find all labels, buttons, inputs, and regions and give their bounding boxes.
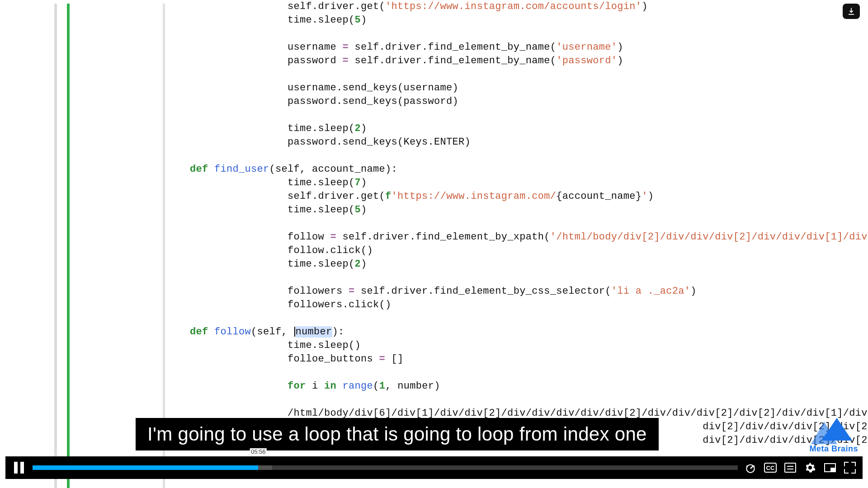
code-line[interactable]: followers.click() <box>190 298 868 312</box>
code-line[interactable] <box>190 68 868 81</box>
pause-icon <box>14 462 24 474</box>
code-line[interactable] <box>190 271 868 285</box>
fullscreen-exit-button[interactable] <box>844 461 856 474</box>
vcs-gutter <box>54 4 68 488</box>
code-line[interactable] <box>190 217 868 230</box>
code-line[interactable] <box>190 108 868 122</box>
fullscreen-exit-icon <box>844 462 856 474</box>
pip-icon <box>824 463 836 472</box>
code-line[interactable]: follow.click() <box>190 244 868 258</box>
code-line[interactable]: def find_user(self, account_name): <box>190 163 868 176</box>
code-line[interactable]: follow = self.driver.find_element_by_xpa… <box>190 230 868 244</box>
playback-speed-button[interactable] <box>744 461 757 474</box>
svg-point-0 <box>746 465 754 473</box>
transcript-icon <box>784 463 796 473</box>
text-cursor <box>294 327 295 337</box>
progress-bar[interactable]: 05:56 <box>33 456 738 479</box>
brand-logo-icon <box>818 418 849 443</box>
gear-icon <box>804 462 816 474</box>
code-line[interactable] <box>190 27 868 41</box>
svg-line-1 <box>750 466 753 469</box>
code-line[interactable]: self.driver.get(f'https://www.instagram.… <box>190 190 868 203</box>
brand-name: Meta Brains <box>809 444 858 454</box>
speed-icon <box>745 462 756 474</box>
code-line[interactable]: time.sleep(5) <box>190 14 868 27</box>
code-line[interactable]: for i in range(1, number) <box>190 380 868 393</box>
code-line[interactable]: time.sleep(2) <box>190 122 868 136</box>
code-line[interactable]: password = self.driver.find_element_by_n… <box>190 54 868 68</box>
code-line[interactable]: def follow(self, number): <box>190 325 868 339</box>
code-line[interactable]: time.sleep(5) <box>190 203 868 217</box>
code-line[interactable] <box>190 366 868 380</box>
code-line[interactable] <box>190 312 868 325</box>
code-line[interactable]: time.sleep(2) <box>190 258 868 271</box>
transcript-button[interactable] <box>784 461 797 474</box>
code-line[interactable]: self.driver.get('https://www.instagram.c… <box>190 0 868 14</box>
code-line[interactable] <box>190 149 868 163</box>
code-line[interactable]: folloe_buttons = [] <box>190 352 868 366</box>
seek-tooltip: 05:56 <box>250 448 267 455</box>
code-line[interactable]: followers = self.driver.find_element_by_… <box>190 285 868 298</box>
settings-button[interactable] <box>804 461 816 474</box>
code-line[interactable]: password.send_keys(password) <box>190 95 868 108</box>
cc-icon: CC <box>764 463 777 473</box>
code-line[interactable]: username = self.driver.find_element_by_n… <box>190 41 868 54</box>
svg-line-2 <box>746 466 747 467</box>
pause-button[interactable] <box>5 456 33 479</box>
code-editor[interactable]: self.driver.get('https://www.instagram.c… <box>190 0 868 447</box>
pip-button[interactable] <box>824 461 836 474</box>
code-line[interactable]: password.send_keys(Keys.ENTER) <box>190 136 868 149</box>
captions-button[interactable]: CC <box>764 461 777 474</box>
brand-watermark: Meta Brains <box>809 418 858 454</box>
fold-gutter <box>163 4 165 488</box>
code-line[interactable] <box>190 393 868 407</box>
subtitle-caption: I'm going to use a loop that is going to… <box>136 418 659 450</box>
editor-left-margin <box>0 4 67 488</box>
svg-line-3 <box>754 466 755 467</box>
code-line[interactable]: username.send_keys(username) <box>190 81 868 95</box>
code-line[interactable]: time.sleep(7) <box>190 176 868 190</box>
video-player-bar: 05:56 CC <box>5 456 863 479</box>
code-line[interactable]: time.sleep() <box>190 339 868 352</box>
